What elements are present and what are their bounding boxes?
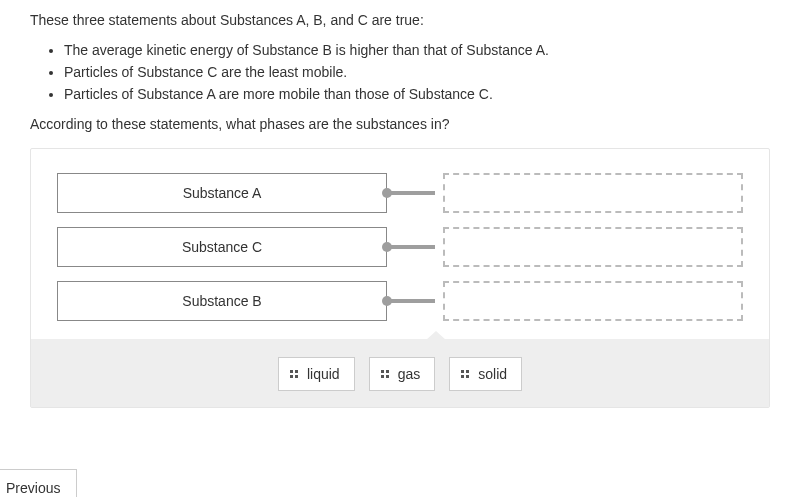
question-prompt: According to these statements, what phas… — [30, 116, 770, 132]
match-row: Substance B — [57, 281, 743, 321]
previous-button[interactable]: Previous — [0, 469, 77, 497]
grip-icon — [289, 369, 299, 379]
statement-item: The average kinetic energy of Substance … — [64, 42, 770, 58]
match-row: Substance C — [57, 227, 743, 267]
connector-line-icon — [387, 245, 435, 249]
statement-item: Particles of Substance C are the least m… — [64, 64, 770, 80]
substance-label: Substance A — [57, 173, 387, 213]
connector — [387, 297, 437, 305]
connector-line-icon — [387, 191, 435, 195]
drop-target[interactable] — [443, 173, 743, 213]
drop-target[interactable] — [443, 281, 743, 321]
grip-icon — [380, 369, 390, 379]
match-row: Substance A — [57, 173, 743, 213]
choice-label: solid — [478, 366, 507, 382]
connector-dot-icon — [382, 242, 392, 252]
drop-target[interactable] — [443, 227, 743, 267]
choice-liquid[interactable]: liquid — [278, 357, 355, 391]
substance-label: Substance C — [57, 227, 387, 267]
intro-text: These three statements about Substances … — [30, 12, 770, 28]
substance-label: Substance B — [57, 281, 387, 321]
connector — [387, 243, 437, 251]
connector-dot-icon — [382, 188, 392, 198]
choice-label: liquid — [307, 366, 340, 382]
connector-dot-icon — [382, 296, 392, 306]
choice-solid[interactable]: solid — [449, 357, 522, 391]
statement-item: Particles of Substance A are more mobile… — [64, 86, 770, 102]
connector — [387, 189, 437, 197]
grip-icon — [460, 369, 470, 379]
connector-line-icon — [387, 299, 435, 303]
choice-label: gas — [398, 366, 421, 382]
choice-gas[interactable]: gas — [369, 357, 436, 391]
match-area: Substance A Substance C Substance B — [31, 149, 769, 321]
matching-panel: Substance A Substance C Substance B — [30, 148, 770, 408]
choices-bar: liquid gas solid — [31, 339, 769, 407]
statements-list: The average kinetic energy of Substance … — [64, 42, 770, 102]
